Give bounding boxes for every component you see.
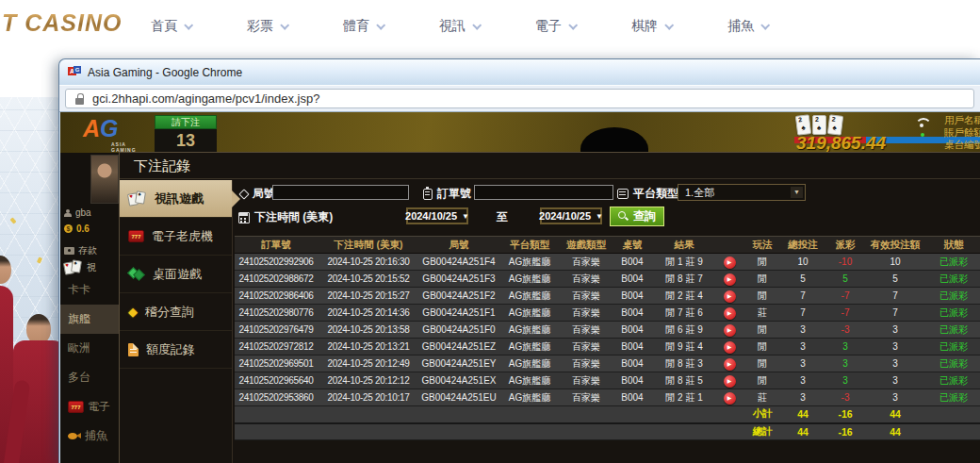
play-video-button[interactable] xyxy=(724,273,736,286)
table-row: 2410252029728122024-10-25 20:13:21GB0042… xyxy=(235,339,980,356)
bet-prompt-badge: 請下注 xyxy=(155,115,217,129)
table-games-icon xyxy=(128,267,145,281)
person-icon xyxy=(64,209,72,217)
cards-icon xyxy=(128,191,147,207)
clipboard-icon xyxy=(423,189,433,200)
credit-value: 0.6 xyxy=(76,223,90,234)
play-video-button[interactable] xyxy=(724,307,736,320)
sidebar-item-label: 電子老虎機 xyxy=(152,228,213,245)
bet-time-label: 下注時間 (美東) xyxy=(238,209,333,225)
nav-item-label: 捕魚 xyxy=(727,18,754,35)
total-label: 總計 xyxy=(743,423,781,440)
panel-title: 下注記錄 xyxy=(120,153,980,179)
sidebar-item-label: 視訊遊戲 xyxy=(155,190,204,207)
sidebar-item-label: 額度記錄 xyxy=(146,341,195,358)
lobby-menu-item: 卡卡 xyxy=(60,275,119,305)
site-nav: 首頁彩票體育視訊電子棋牌捕魚 xyxy=(151,0,768,52)
round-number-label: 局號 xyxy=(240,186,275,202)
table-row: 2410252029764792024-10-25 20:13:58GB0042… xyxy=(235,322,980,339)
ag-favicon: AG xyxy=(68,66,81,78)
lobby-menu-label: 旗艦 xyxy=(68,311,90,327)
ag-logo: AG ASIA GAMING xyxy=(83,115,153,150)
wifi-icon xyxy=(914,118,931,129)
nav-item-label: 棋牌 xyxy=(631,18,658,35)
browser-titlebar[interactable]: AG Asia Gaming - Google Chrome xyxy=(59,59,980,85)
platform-type-select[interactable]: 1.全部 xyxy=(678,184,806,201)
sidebar-item[interactable]: 額度記錄 xyxy=(120,331,232,369)
nav-item[interactable]: 體育 xyxy=(343,18,384,35)
calendar-icon xyxy=(238,212,250,223)
search-button[interactable]: 查詢 xyxy=(610,207,664,226)
dealer-silhouette xyxy=(580,127,648,153)
chevron-down-icon xyxy=(664,21,674,30)
nav-item-label: 電子 xyxy=(535,18,562,35)
list-icon xyxy=(617,189,629,199)
chevron-down-icon xyxy=(376,21,385,30)
play-video-button[interactable] xyxy=(724,256,736,269)
url-text: gci.2hhapi.com/agingame/pcv1/index.jsp? xyxy=(92,91,319,106)
table-header-cell: 遊戲類型 xyxy=(561,237,612,254)
table-row: 2410252029656402024-10-25 20:12:12GB0042… xyxy=(235,372,980,389)
nav-item[interactable]: 電子 xyxy=(535,18,576,35)
nav-item[interactable]: 彩票 xyxy=(247,18,287,35)
slot-machine-icon xyxy=(68,401,84,413)
play-video-button[interactable] xyxy=(724,375,736,388)
address-bar[interactable]: gci.2hhapi.com/agingame/pcv1/index.jsp? xyxy=(65,89,974,108)
nav-item-label: 視訊 xyxy=(439,18,466,35)
sidebar-item[interactable]: 電子老虎機 xyxy=(120,218,232,256)
table-row: 2410252029929062024-10-25 20:16:30GB0042… xyxy=(235,254,980,271)
live-game-top-strip: AG ASIA GAMING 請下注 13 222 319,865.44 用戶名… xyxy=(60,112,980,153)
panel-sidebar: 視訊遊戲電子老虎機桌面遊戲稽分查詢額度記錄 xyxy=(120,180,233,463)
browser-window: AG Asia Gaming - Google Chrome gci.2hhap… xyxy=(58,58,980,463)
chevron-down-icon xyxy=(760,21,770,30)
account-info-label: 用戶名稱 xyxy=(944,114,980,126)
caret-down-icon xyxy=(596,212,603,221)
table-header-cell: 派彩 xyxy=(825,237,866,254)
username: gba xyxy=(75,207,91,218)
table-header-cell: 有效投注額 xyxy=(866,237,924,254)
panel-main: 局號 訂單號 平台類型 1.全部 xyxy=(233,180,980,463)
play-video-button[interactable] xyxy=(724,392,736,405)
date-to-label: 至 xyxy=(497,209,508,225)
chevron-down-icon xyxy=(280,21,289,30)
nav-item[interactable]: 首頁 xyxy=(151,18,191,35)
lobby-menu-label: 卡卡 xyxy=(68,282,90,298)
lobby-menu-item: 歐洲 xyxy=(60,334,119,363)
date-from-picker[interactable]: 2024/10/25 xyxy=(406,207,468,224)
date-to-picker[interactable]: 2024/10/25 xyxy=(540,207,602,224)
account-info-column: 用戶名稱賬戶餘額桌台編號 xyxy=(944,114,980,151)
sidebar-item-label: 稽分查詢 xyxy=(145,304,194,321)
nav-item[interactable]: 捕魚 xyxy=(727,18,768,35)
order-number-input[interactable] xyxy=(474,185,613,200)
records-table-wrap: 訂單號下注時間 (美東)局號平台類型遊戲類型桌號結果玩法總投注派彩有效投注額狀態… xyxy=(235,236,980,463)
sidebar-item[interactable]: 桌面遊戲 xyxy=(120,256,232,293)
diamond-icon xyxy=(128,306,138,319)
table-header-cell: 平台類型 xyxy=(498,237,561,254)
table-header-cell xyxy=(715,237,743,254)
round-number-input[interactable] xyxy=(272,185,409,200)
banknote-icon xyxy=(64,247,74,255)
play-video-button[interactable] xyxy=(724,290,736,303)
document-icon xyxy=(128,343,139,356)
table-header-cell: 局號 xyxy=(419,237,498,254)
lobby-menu: 卡卡旗艦歐洲多台電子捕魚 xyxy=(60,275,119,451)
table-row: 2410252029886722024-10-25 20:15:52GB0042… xyxy=(235,271,980,288)
account-balance: 319,865.44 xyxy=(796,133,886,153)
sidebar-item[interactable]: 稽分查詢 xyxy=(120,293,232,331)
card-rank: 2 xyxy=(798,116,803,123)
lobby-menu-label: 電子 xyxy=(88,399,110,415)
chevron-down-icon xyxy=(472,21,482,30)
nav-item[interactable]: 棋牌 xyxy=(631,18,672,35)
play-video-button[interactable] xyxy=(724,324,736,337)
nav-item[interactable]: 視訊 xyxy=(439,18,480,35)
video-category-row: 視 xyxy=(64,260,96,275)
site-logo: T CASINO xyxy=(2,9,122,37)
page-content: AG ASIA GAMING 請下注 13 222 319,865.44 用戶名… xyxy=(60,112,980,463)
card-rank: 2 xyxy=(831,116,836,123)
video-category-label: 視 xyxy=(87,261,96,274)
play-video-button[interactable] xyxy=(724,358,736,371)
connection-status-dot xyxy=(921,133,924,137)
play-video-button[interactable] xyxy=(724,341,736,354)
sidebar-item[interactable]: 視訊遊戲 xyxy=(120,180,232,218)
lock-icon xyxy=(75,93,85,105)
